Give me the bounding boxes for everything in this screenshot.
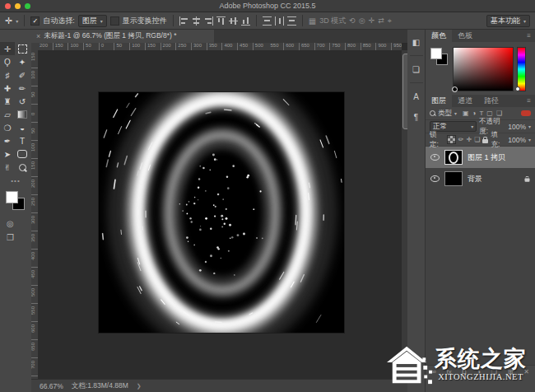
ruler-label: 600 [31, 324, 35, 333]
layer-filter-toggle[interactable] [521, 110, 531, 116]
quick-mask-icon[interactable]: ◎ [7, 219, 14, 228]
blur-tool[interactable]: ❍ [0, 121, 15, 134]
paragraph-panel-icon[interactable]: ¶ [409, 110, 424, 124]
distribute-top-icon[interactable] [263, 16, 272, 26]
chevron-down-icon[interactable]: ▾ [528, 124, 531, 129]
brush-tool[interactable]: ✏ [15, 82, 30, 95]
align-top-edges-icon[interactable] [216, 16, 226, 26]
distribute-horizontal-icon[interactable] [275, 16, 284, 26]
ruler-label: 300 [31, 216, 35, 224]
path-selection-tool[interactable]: ➤ [0, 147, 15, 161]
quick-selection-tool[interactable]: ✦ [15, 55, 30, 68]
type-tool[interactable]: T [15, 134, 30, 147]
character-panel-icon[interactable]: A [409, 89, 424, 104]
opacity-value[interactable]: 100% [508, 123, 526, 131]
lock-transparency-icon[interactable] [447, 135, 456, 144]
layer-visibility-icon[interactable] [430, 175, 440, 182]
hue-marker[interactable] [515, 86, 520, 91]
align-horizontal-centers-icon[interactable] [192, 16, 201, 26]
document-scrollbar[interactable] [402, 50, 407, 379]
layer-row[interactable]: 图层 1 拷贝 [426, 147, 535, 168]
layer-style-icon[interactable]: fx [447, 368, 452, 376]
status-chevron-icon[interactable]: ❯ [137, 383, 142, 390]
delete-layer-icon[interactable]: ✕ [523, 368, 529, 376]
layer-name[interactable]: 背景 [468, 174, 482, 184]
move-tool[interactable]: ✛ [0, 42, 15, 55]
3d-scale-icon: ⌖ [388, 16, 392, 26]
history-brush-tool[interactable]: ↺ [15, 95, 30, 108]
adjustments-panel-icon[interactable]: ◧ [409, 35, 424, 49]
layers-panel: 图层 通道 路径 ≡ 类型 ▾ ▣◑T▢❏ 正常 ▾ 不透明度: 100% ▾ [426, 95, 535, 378]
tab-color[interactable]: 颜色 [426, 30, 452, 42]
panel-menu-icon[interactable]: ≡ [527, 95, 535, 107]
workspace-switcher[interactable]: 基本功能 ▾ [486, 15, 530, 27]
saturation-brightness-field[interactable] [453, 47, 514, 91]
new-layer-icon[interactable]: ⊞ [508, 368, 514, 376]
saturation-marker[interactable] [452, 86, 458, 92]
link-layers-icon[interactable]: ∞ [431, 368, 436, 376]
hand-tool[interactable]: ✌ [0, 161, 15, 174]
healing-brush-tool[interactable]: ✚ [0, 82, 15, 95]
layer-mask-icon[interactable]: ◘ [463, 368, 467, 376]
chevron-down-icon[interactable]: ▾ [528, 137, 531, 142]
tab-paths[interactable]: 路径 [478, 95, 505, 107]
screen-mode-icon[interactable]: ❐ [7, 233, 14, 242]
distribute-bottom-icon[interactable] [287, 16, 296, 26]
filter-pixel-layers-icon[interactable]: ▣ [463, 110, 469, 117]
lasso-tool[interactable]: Ϙ [0, 55, 15, 68]
zoom-level-field[interactable]: 66.67% [40, 382, 63, 390]
title-bar[interactable]: Adobe Photoshop CC 2015.5 [0, 0, 535, 12]
new-group-icon[interactable]: ❏ [491, 368, 497, 376]
layer-visibility-icon[interactable] [430, 154, 440, 161]
eyedropper-tool[interactable]: ✐ [15, 68, 30, 82]
adjustment-layer-icon[interactable]: ◑ [477, 368, 481, 376]
close-tab-icon[interactable]: × [36, 32, 40, 40]
filter-adjustment-layers-icon[interactable]: ◑ [472, 110, 477, 117]
zoom-tool[interactable] [15, 161, 30, 174]
filter-search-icon[interactable] [430, 110, 435, 116]
lock-position-icon[interactable]: ✛ [467, 136, 472, 143]
lock-artboard-icon[interactable]: ❏ [474, 136, 480, 143]
eraser-tool[interactable]: ▱ [0, 108, 15, 121]
layer-row[interactable]: 背景 [426, 168, 535, 189]
layer-name[interactable]: 图层 1 拷贝 [468, 152, 505, 163]
align-left-edges-icon[interactable] [179, 16, 188, 26]
align-bottom-edges-icon[interactable] [241, 16, 250, 26]
lock-all-icon[interactable] [482, 139, 488, 143]
auto-select-dropdown[interactable]: 图层 ▾ [78, 15, 107, 27]
chevron-down-icon[interactable]: ▾ [454, 110, 457, 116]
document-tab[interactable]: × 未标题-1 @ 66.7% (图层 1 拷贝, RGB/8*) * [31, 30, 214, 43]
chevron-down-icon: ▾ [523, 18, 526, 24]
libraries-panel-icon[interactable]: ❏ [409, 62, 424, 77]
show-transform-controls-checkbox[interactable] [110, 16, 119, 26]
auto-select-checkbox[interactable]: ✓ [30, 16, 40, 26]
shape-tool[interactable] [15, 147, 30, 161]
gradient-tool[interactable] [15, 108, 30, 121]
lock-paint-icon[interactable]: ✏ [458, 136, 464, 143]
tool-preset-chevron-icon[interactable]: ▾ [16, 18, 18, 24]
color-foreground-swatch[interactable] [430, 48, 442, 59]
crop-tool[interactable]: ♯ [0, 68, 15, 82]
tab-channels[interactable]: 通道 [452, 95, 478, 107]
pen-tool[interactable]: ✒ [0, 134, 15, 147]
ruler-label: 200 [163, 43, 171, 48]
fill-value[interactable]: 100% [508, 136, 526, 144]
canvas[interactable] [99, 92, 344, 333]
layer-thumbnail[interactable] [444, 171, 463, 186]
ruler-label: 900 [378, 43, 386, 48]
hue-slider[interactable] [517, 47, 526, 91]
tab-layers[interactable]: 图层 [426, 95, 452, 107]
tab-swatches[interactable]: 色板 [452, 30, 478, 42]
clone-stamp-tool[interactable]: ♜ [0, 95, 15, 108]
layer-thumbnail[interactable] [444, 150, 463, 165]
align-vertical-centers-icon[interactable] [229, 16, 238, 26]
edit-toolbar-icon[interactable]: ••• [0, 177, 31, 184]
align-right-edges-icon[interactable] [204, 16, 213, 26]
foreground-color-swatch[interactable] [6, 191, 18, 203]
path-selection-icon: ➤ [4, 150, 11, 159]
panel-menu-icon[interactable]: ≡ [527, 30, 535, 42]
move-tool-icon[interactable]: ✛ [5, 16, 12, 26]
dodge-tool[interactable]: ◒ [15, 121, 30, 134]
auto-align-icon[interactable]: ▦ [309, 16, 316, 26]
marquee-tool[interactable] [15, 42, 30, 55]
